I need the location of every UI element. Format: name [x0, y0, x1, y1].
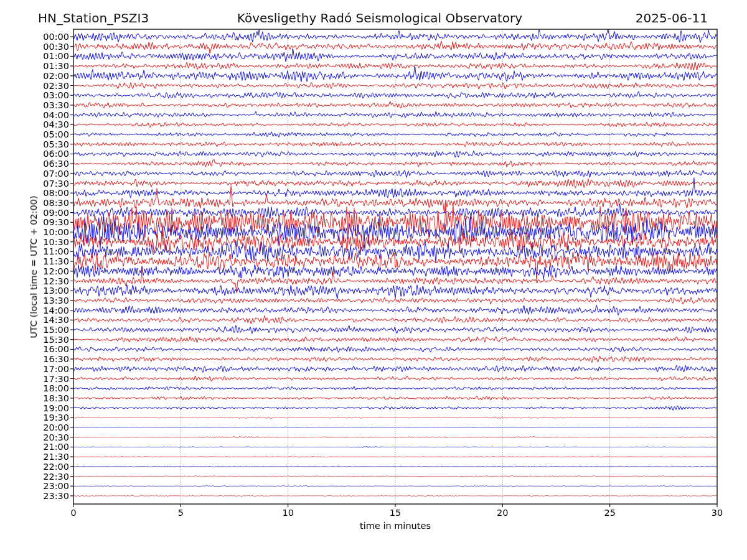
y-tick-label: 09:00: [0, 208, 69, 218]
y-tick-label: 19:30: [0, 413, 69, 422]
y-tick-label: 07:30: [0, 179, 69, 189]
y-tick-label: 22:00: [0, 462, 69, 472]
x-tick-label: 0: [55, 508, 92, 518]
y-tick-label: 21:00: [0, 442, 69, 452]
y-tick-label: 05:30: [0, 139, 69, 149]
seismogram-canvas: [0, 0, 747, 560]
x-tick-label: 20: [484, 508, 521, 518]
y-tick-label: 12:30: [0, 276, 69, 286]
y-tick-label: 03:00: [0, 90, 69, 100]
y-tick-label: 08:00: [0, 188, 69, 198]
y-tick-label: 20:00: [0, 422, 69, 432]
y-tick-label: 21:30: [0, 452, 69, 462]
date-title: 2025-06-11: [636, 10, 708, 26]
x-tick-label: 5: [162, 508, 199, 518]
y-tick-label: 20:30: [0, 432, 69, 442]
y-tick-label: 11:30: [0, 256, 69, 266]
y-tick-label: 22:30: [0, 472, 69, 482]
y-tick-label: 01:30: [0, 61, 69, 71]
y-tick-label: 17:30: [0, 374, 69, 384]
y-tick-label: 09:30: [0, 217, 69, 227]
y-tick-label: 08:30: [0, 198, 69, 208]
y-tick-label: 16:30: [0, 354, 69, 364]
x-tick-label: 10: [270, 508, 307, 518]
y-tick-label: 19:00: [0, 403, 69, 413]
x-axis-label: time in minutes: [0, 521, 747, 531]
y-tick-label: 23:00: [0, 481, 69, 491]
y-tick-label: 01:00: [0, 51, 69, 61]
y-tick-label: 02:00: [0, 71, 69, 81]
y-tick-label: 16:00: [0, 344, 69, 354]
y-tick-label: 18:00: [0, 383, 69, 393]
y-tick-label: 12:00: [0, 266, 69, 276]
y-tick-label: 18:30: [0, 393, 69, 403]
y-tick-label: 04:30: [0, 119, 69, 129]
y-tick-label: 02:30: [0, 81, 69, 91]
x-tick-label: 25: [591, 508, 629, 518]
x-tick-label: 15: [377, 508, 414, 518]
y-tick-label: 13:30: [0, 296, 69, 306]
y-tick-label: 10:00: [0, 227, 69, 237]
y-tick-label: 05:00: [0, 129, 69, 139]
y-tick-label: 14:00: [0, 306, 69, 315]
y-tick-label: 07:00: [0, 169, 69, 179]
helicorder-figure: HN_Station_PSZI3 Kövesligethy Radó Seism…: [0, 0, 747, 560]
y-tick-label: 04:00: [0, 110, 69, 120]
y-tick-label: 06:00: [0, 149, 69, 159]
y-tick-label: 10:30: [0, 237, 69, 247]
y-tick-label: 15:00: [0, 325, 69, 335]
y-tick-label: 11:00: [0, 246, 69, 256]
y-tick-label: 23:30: [0, 491, 69, 501]
x-tick-label: 30: [698, 508, 736, 518]
y-tick-label: 06:30: [0, 159, 69, 169]
y-tick-label: 03:30: [0, 100, 69, 110]
y-tick-label: 13:00: [0, 286, 69, 296]
y-tick-label: 00:30: [0, 42, 69, 52]
y-tick-label: 14:30: [0, 315, 69, 325]
y-tick-label: 15:30: [0, 335, 69, 345]
y-tick-label: 17:00: [0, 364, 69, 374]
y-tick-label: 00:00: [0, 32, 69, 42]
